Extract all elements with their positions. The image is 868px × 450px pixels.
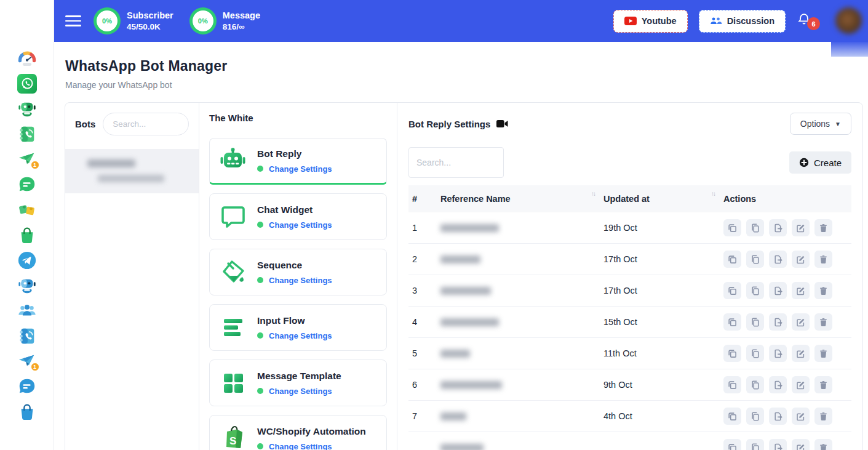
subscriber-value: 45/50.0K [127, 22, 173, 33]
export-icon [773, 349, 782, 358]
clone-button[interactable] [723, 376, 741, 393]
edit-button[interactable] [792, 251, 810, 268]
table-row: 1 19th Oct [408, 212, 851, 244]
telegram-store-icon[interactable] [17, 401, 38, 422]
telegram-broadcast-icon[interactable]: 1 [17, 351, 38, 372]
bot-list-item-selected[interactable] [65, 149, 199, 193]
export-button[interactable] [769, 408, 787, 425]
sort-icon[interactable]: ↑↓ [591, 190, 595, 197]
export-button[interactable] [769, 282, 787, 299]
whatsapp-contacts-icon[interactable] [17, 124, 38, 145]
clone-button[interactable] [723, 219, 741, 236]
edit-button[interactable] [792, 219, 810, 236]
whatsapp-icon[interactable] [17, 73, 38, 94]
telegram-chat-icon[interactable] [17, 376, 38, 397]
page-title: WhatsApp Bot Manager [65, 58, 857, 74]
options-button[interactable]: Options ▼ [790, 113, 851, 135]
dashboard-gauge-icon[interactable] [17, 48, 38, 69]
delete-button[interactable] [814, 408, 832, 425]
change-settings-link[interactable]: Change Settings [269, 276, 332, 285]
clone-button[interactable] [723, 282, 741, 299]
change-settings-link[interactable]: Change Settings [269, 331, 332, 340]
copy-button[interactable] [746, 219, 764, 236]
robot-icon [218, 146, 248, 175]
export-button[interactable] [769, 313, 787, 331]
setting-card-bot-reply[interactable]: Bot Reply Change Settings [209, 138, 387, 185]
whatsapp-bot-icon[interactable] [17, 98, 38, 119]
copy-button[interactable] [746, 439, 764, 450]
discussion-label: Discussion [727, 16, 774, 26]
integrations-puzzle-icon[interactable] [17, 199, 38, 220]
copy-button[interactable] [746, 251, 764, 268]
edit-button[interactable] [792, 313, 810, 331]
notifications-button[interactable]: 6 [797, 12, 814, 30]
clone-button[interactable] [723, 313, 741, 331]
setting-card-input-flow[interactable]: Input Flow Change Settings [209, 304, 387, 351]
video-camera-icon[interactable] [496, 119, 508, 128]
delete-button[interactable] [814, 219, 832, 236]
edit-button[interactable] [792, 282, 810, 299]
copy-button[interactable] [746, 345, 764, 362]
edit-button[interactable] [792, 408, 810, 425]
clone-button[interactable] [723, 439, 741, 450]
copy-icon [751, 255, 760, 264]
whatsapp-broadcast-icon[interactable]: 1 [17, 149, 38, 170]
copy-button[interactable] [746, 376, 764, 393]
bot-manager-card: Bots The White [65, 102, 863, 450]
setting-card-message-template[interactable]: Message Template Change Settings [209, 360, 387, 406]
setting-card-sequence[interactable]: Sequence Change Settings [209, 249, 387, 295]
change-settings-link[interactable]: Change Settings [269, 220, 332, 230]
copy-button[interactable] [746, 282, 764, 299]
create-button[interactable]: Create [789, 151, 851, 174]
delete-button[interactable] [814, 282, 832, 299]
setting-card-wc-shopify[interactable]: S WC/Shopify Automation Change Settings [209, 415, 387, 450]
export-icon [773, 286, 782, 295]
shopify-bag-icon: S [218, 424, 248, 450]
edit-icon [796, 318, 805, 327]
setting-card-chat-widget[interactable]: Chat Widget Change Settings [209, 193, 387, 240]
edit-button[interactable] [792, 439, 810, 450]
copy-button[interactable] [746, 313, 764, 331]
bot-name-redacted [87, 159, 135, 167]
telegram-contacts-icon[interactable] [17, 326, 38, 347]
delete-button[interactable] [814, 376, 832, 393]
telegram-bot-icon[interactable] [17, 275, 38, 296]
export-button[interactable] [769, 345, 787, 362]
clone-button[interactable] [723, 408, 741, 425]
delete-button[interactable] [814, 345, 832, 362]
export-button[interactable] [769, 251, 787, 268]
delete-button[interactable] [814, 251, 832, 268]
change-settings-link[interactable]: Change Settings [269, 164, 332, 174]
clone-button[interactable] [723, 345, 741, 362]
whatsapp-store-icon[interactable] [17, 225, 38, 246]
export-icon [773, 412, 782, 421]
edit-button[interactable] [792, 345, 810, 362]
change-settings-link[interactable]: Change Settings [269, 442, 332, 450]
user-avatar[interactable] [835, 7, 862, 34]
col-header-updated[interactable]: Updated at ↑↓ [601, 185, 721, 212]
edit-button[interactable] [792, 376, 810, 393]
youtube-button[interactable]: Youtube [613, 10, 688, 33]
delete-button[interactable] [814, 313, 832, 331]
export-button[interactable] [769, 219, 787, 236]
export-button[interactable] [769, 376, 787, 393]
whatsapp-chat-icon[interactable] [17, 174, 38, 195]
change-settings-link[interactable]: Change Settings [269, 387, 332, 396]
clone-button[interactable] [723, 251, 741, 268]
copy-button[interactable] [746, 408, 764, 425]
sort-icon[interactable]: ↑↓ [711, 190, 715, 197]
telegram-icon[interactable] [17, 250, 38, 271]
col-header-name[interactable]: Reference Name ↑↓ [438, 185, 601, 212]
delete-button[interactable] [814, 439, 832, 450]
table-search-input[interactable] [408, 147, 504, 178]
discussion-button[interactable]: Discussion [699, 10, 786, 33]
message-percent: 0% [193, 10, 213, 31]
bots-search-input[interactable] [103, 113, 189, 135]
table-row: 4 15th Oct [408, 307, 851, 338]
trash-icon [819, 412, 828, 421]
menu-toggle-icon[interactable] [65, 15, 81, 26]
status-dot [257, 332, 263, 339]
main-content: WhatsApp Bot Manager Manage your WhatsAp… [54, 0, 868, 450]
telegram-groups-icon[interactable] [17, 300, 38, 321]
export-button[interactable] [769, 439, 787, 450]
